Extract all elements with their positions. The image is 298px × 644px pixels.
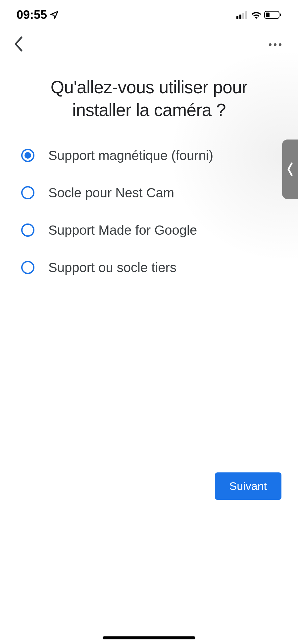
radio-selected-icon — [21, 149, 34, 162]
option-label: Support Made for Google — [48, 223, 197, 238]
page-title: Qu'allez-vous utiliser pour installer la… — [21, 76, 277, 122]
option-nest-cam-stand[interactable]: Socle pour Nest Cam — [21, 185, 277, 200]
svg-rect-3 — [245, 11, 247, 19]
next-button[interactable]: Suivant — [215, 472, 281, 500]
home-indicator[interactable] — [103, 636, 195, 639]
option-magnetic-mount[interactable]: Support magnétique (fourni) — [21, 148, 277, 163]
status-time: 09:55 — [17, 8, 47, 22]
svg-rect-6 — [280, 14, 281, 16]
radio-unselected-icon — [21, 261, 34, 274]
option-label: Support magnétique (fourni) — [48, 148, 213, 163]
options-list: Support magnétique (fourni) Socle pour N… — [21, 148, 277, 275]
radio-unselected-icon — [21, 223, 34, 237]
cellular-icon — [236, 11, 248, 19]
more-dot-icon — [279, 43, 281, 46]
option-label: Support ou socle tiers — [48, 260, 176, 275]
svg-rect-5 — [266, 13, 270, 17]
more-dot-icon — [269, 43, 272, 46]
svg-rect-1 — [239, 15, 241, 19]
side-tab[interactable] — [282, 140, 298, 199]
svg-rect-2 — [242, 13, 244, 19]
chevron-left-icon — [287, 162, 293, 177]
status-bar: 09:55 — [0, 0, 298, 26]
radio-unselected-icon — [21, 186, 34, 199]
option-made-for-google[interactable]: Support Made for Google — [21, 223, 277, 238]
content-area: Qu'allez-vous utiliser pour installer la… — [0, 63, 298, 288]
location-icon — [50, 10, 59, 20]
more-dot-icon — [274, 43, 276, 46]
svg-rect-0 — [236, 16, 238, 19]
nav-bar — [0, 26, 298, 63]
option-third-party[interactable]: Support ou socle tiers — [21, 260, 277, 275]
chevron-left-icon — [13, 36, 23, 52]
more-button[interactable] — [266, 40, 285, 49]
status-right — [236, 11, 281, 19]
wifi-icon — [251, 11, 262, 19]
battery-icon — [264, 11, 281, 19]
option-label: Socle pour Nest Cam — [48, 185, 174, 200]
back-button[interactable] — [13, 36, 23, 54]
status-left: 09:55 — [17, 8, 59, 22]
